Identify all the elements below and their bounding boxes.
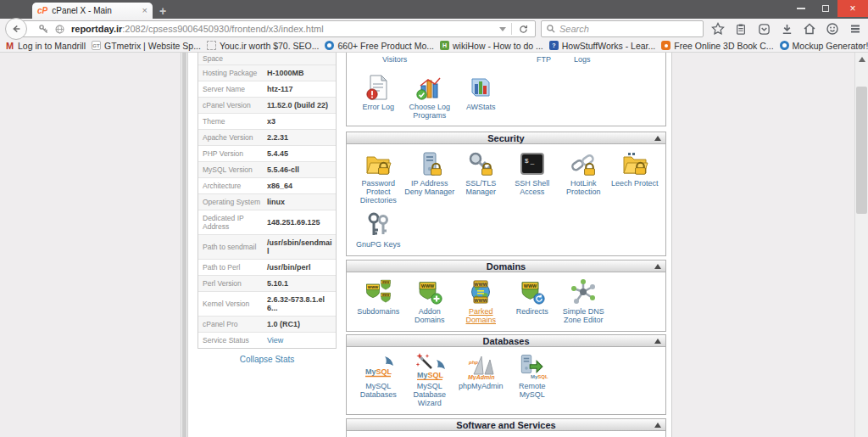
browser-tab[interactable]: cP cPanel X - Main ×	[32, 3, 153, 19]
bookmark-mandrill[interactable]: MLog in to Mandrill	[5, 41, 86, 51]
databases-items: MySQL Databases MySQL Database Wizard ph…	[347, 347, 665, 414]
security-header[interactable]: Security	[347, 132, 665, 144]
collapse-stats-link[interactable]: Collapse Stats	[198, 355, 337, 364]
search-input[interactable]	[559, 24, 687, 34]
security-items: Password Protect Directories IP Address …	[347, 144, 665, 255]
url-separator	[511, 23, 512, 35]
bookmark-mockup-generator[interactable]: Mockup Generator! St...	[780, 41, 868, 51]
bookmark-product-mockups[interactable]: 660+ Free Product Mo...	[325, 41, 434, 51]
logs-label-fragment[interactable]: Logs	[574, 55, 591, 64]
bookmark-gtmetrix[interactable]: GTGTmetrix | Website Sp...	[92, 41, 201, 51]
bookmark-howstuffworks[interactable]: ?HowStuffWorks - Lear...	[549, 41, 656, 51]
collapse-arrow-icon[interactable]	[654, 339, 661, 344]
item-ssh-shell-access[interactable]: SSH Shell Access	[507, 150, 559, 204]
item-redirects[interactable]: Redirects	[507, 278, 559, 324]
scrollbar-up-arrow[interactable]	[859, 57, 865, 62]
orange-favicon	[661, 41, 670, 50]
bookmark-3d-book[interactable]: Free Online 3D Book C...	[661, 41, 773, 51]
scrollbar-thumb[interactable]	[856, 87, 867, 214]
item-password-protect-directories[interactable]: Password Protect Directories	[353, 150, 404, 204]
item-leech-protect[interactable]: Leech Protect	[609, 150, 661, 204]
home-icon[interactable]	[802, 21, 817, 36]
close-button[interactable]: ×	[837, 0, 868, 17]
software-items: CGI CGI Center Site Software Perl Module…	[347, 431, 665, 437]
tab-close-icon[interactable]: ×	[142, 6, 147, 15]
item-ssl-tls-manager[interactable]: SSL/TLS Manager	[455, 150, 507, 204]
ssh-shell-access-icon	[519, 150, 546, 177]
hotlink-protection-icon	[570, 150, 597, 177]
item-awstats[interactable]: AWStats	[455, 74, 507, 120]
collapse-arrow-icon[interactable]	[654, 264, 661, 269]
software-header[interactable]: Software and Services	[347, 419, 665, 431]
item-choose-log-programs[interactable]: Choose Log Programs	[404, 74, 456, 120]
section-title: Software and Services	[456, 420, 555, 430]
reading-list-icon[interactable]	[733, 21, 748, 36]
downloads-icon[interactable]	[779, 21, 794, 36]
item-subdomains[interactable]: Subdomains	[353, 278, 404, 324]
stats-panel: Space Hosting PackageH-1000MB Server Nam…	[198, 53, 337, 364]
donut-favicon	[325, 41, 334, 50]
item-gnupg-keys[interactable]: GnuPG Keys	[353, 211, 404, 249]
collapse-arrow-icon[interactable]	[654, 423, 661, 428]
logs-label-fragment[interactable]: Visitors	[382, 55, 407, 64]
new-tab-button[interactable]: +	[159, 4, 166, 18]
navigation-toolbar: reportday.ir:2082/cpsess9006450930/front…	[0, 19, 868, 39]
key-icon	[38, 24, 49, 35]
reload-button[interactable]	[518, 24, 529, 35]
howstuffworks-favicon: ?	[549, 41, 559, 50]
remote-mysql-icon: MySQL	[515, 353, 549, 380]
collapse-arrow-icon[interactable]	[654, 136, 661, 141]
browser-scrollbar[interactable]	[854, 53, 868, 437]
stat-row-perl-version: Perl Version5.10.1	[198, 276, 336, 292]
url-dropdown-icon[interactable]	[499, 27, 506, 31]
url-text[interactable]: reportday.ir:2082/cpsess9006450930/front…	[71, 24, 494, 34]
browser-titlebar: cP cPanel X - Main × + ×	[0, 0, 868, 19]
mysql-databases-icon	[361, 353, 395, 380]
url-bar[interactable]: reportday.ir:2082/cpsess9006450930/front…	[16, 20, 536, 37]
frame-scrollbar-thumb[interactable]	[182, 53, 186, 437]
restore-icon	[822, 5, 829, 12]
section-domains: Domains Subdomains Addon Domains	[346, 260, 666, 332]
stat-row-mysql-version: MySQL Version5.5.46-cll	[198, 162, 336, 178]
page-viewport: Space Hosting PackageH-1000MB Server Nam…	[0, 53, 868, 437]
logs-label-fragment[interactable]: FTP	[537, 55, 551, 64]
phpmyadmin-icon	[464, 353, 498, 380]
gtmetrix-favicon: GT	[92, 41, 101, 50]
databases-header[interactable]: Databases	[347, 335, 665, 347]
service-status-view-link[interactable]: View	[267, 336, 332, 345]
redirects-icon	[519, 278, 546, 305]
item-phpmyadmin[interactable]: phpMyAdmin	[455, 353, 507, 407]
bookmarks-overflow-chevron[interactable]: »	[858, 41, 863, 50]
item-mysql-databases[interactable]: MySQL Databases	[353, 353, 404, 407]
back-button[interactable]	[5, 18, 27, 40]
feedback-smiley-icon[interactable]	[825, 21, 840, 36]
stat-row-cpanel-version: cPanel Version11.52.0 (build 22)	[198, 98, 336, 114]
item-remote-mysql[interactable]: MySQL Remote MySQL	[507, 353, 559, 407]
stat-row-apache-version: Apache Version2.2.31	[198, 130, 336, 146]
item-hotlink-protection[interactable]: HotLink Protection	[558, 150, 609, 204]
password-protect-icon	[364, 150, 392, 177]
item-error-log[interactable]: Error Log	[353, 74, 404, 120]
item-parked-domains[interactable]: WWW WWW Parked Domains	[455, 278, 507, 324]
pocket-icon[interactable]	[756, 21, 771, 36]
item-simple-dns-zone-editor[interactable]: Simple DNS Zone Editor	[558, 278, 609, 324]
menu-hamburger-icon[interactable]	[848, 21, 863, 36]
svg-text:WWW: WWW	[474, 282, 487, 287]
bookmark-star-icon[interactable]	[710, 21, 726, 36]
domains-header[interactable]: Domains	[347, 261, 665, 272]
stats-table: Space Hosting PackageH-1000MB Server Nam…	[198, 53, 337, 349]
bookmark-youcir[interactable]: Youc.ir worth $70. SEO...	[207, 41, 320, 51]
cpanel-favicon: cP	[37, 6, 47, 15]
awstats-icon	[467, 74, 494, 101]
restore-button[interactable]	[813, 0, 837, 17]
bookmark-wikihow[interactable]: HwikiHow - How to do ...	[440, 41, 543, 51]
item-addon-domains[interactable]: Addon Domains	[404, 278, 456, 324]
search-bar[interactable]	[541, 20, 704, 37]
minimize-button[interactable]	[788, 0, 813, 17]
stat-row-kernel-version: Kernel Version2.6.32-573.8.1.el6...	[198, 292, 336, 317]
item-ip-address-deny-manager[interactable]: IP Address Deny Manager	[404, 150, 456, 204]
stat-row-php-version: PHP Version5.4.45	[198, 146, 336, 162]
mysql-database-wizard-icon	[413, 353, 447, 380]
item-mysql-database-wizard[interactable]: MySQL Database Wizard	[404, 353, 456, 407]
frame-scrollbar[interactable]	[181, 53, 188, 437]
